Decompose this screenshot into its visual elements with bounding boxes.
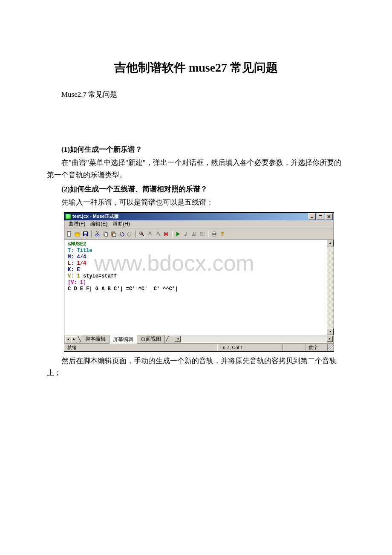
svg-point-16 bbox=[159, 234, 161, 236]
copy-icon[interactable] bbox=[102, 231, 109, 237]
toolbar: A M ? bbox=[64, 228, 334, 240]
tool8-icon[interactable] bbox=[199, 231, 206, 237]
vertical-scrollbar[interactable]: ▲ ▼ bbox=[327, 240, 334, 335]
status-position: Ln 7, Col 1 bbox=[217, 344, 283, 351]
tab-screen-edit[interactable]: 屏幕编辑 bbox=[110, 335, 137, 344]
svg-rect-24 bbox=[213, 235, 216, 236]
open-icon[interactable] bbox=[74, 231, 81, 237]
editor-area[interactable]: www.bdocx.com %MUSE2 T: Title M: 4/4 L: … bbox=[64, 240, 334, 335]
close-button[interactable] bbox=[325, 213, 333, 220]
svg-rect-6 bbox=[84, 234, 86, 236]
minimize-button[interactable] bbox=[308, 213, 316, 220]
help-icon[interactable]: ? bbox=[219, 231, 226, 237]
tab-next-icon[interactable]: ► bbox=[71, 336, 77, 342]
cut-icon[interactable] bbox=[94, 231, 101, 237]
code-l6-v3: =staff bbox=[98, 273, 117, 279]
code-l6-v2: style bbox=[83, 273, 98, 279]
code-l6-v1: 1 bbox=[74, 273, 83, 279]
scroll-track[interactable] bbox=[327, 246, 334, 328]
q1-heading: (1)如何生成一个新乐谱？ bbox=[47, 145, 345, 154]
svg-rect-13 bbox=[112, 231, 114, 232]
svg-rect-5 bbox=[84, 232, 87, 234]
svg-text:M: M bbox=[164, 231, 168, 237]
svg-point-18 bbox=[184, 234, 186, 236]
paste-icon[interactable] bbox=[110, 231, 117, 237]
tab-strip: ◄ ► ╲ 脚本编辑 屏幕编辑 页面视图 ╱ ◄ ► bbox=[64, 335, 334, 343]
window-title: test.jcx - Muse正式版 bbox=[72, 213, 308, 220]
hscroll-left-icon[interactable]: ◄ bbox=[175, 336, 181, 342]
code-l3-key: M: bbox=[68, 254, 74, 260]
intro-text: Muse2.7 常见问题 bbox=[47, 89, 345, 101]
code-l4-val: 1/4 bbox=[74, 260, 86, 266]
resize-grip-icon[interactable] bbox=[328, 344, 334, 350]
code-l2-key: T: bbox=[68, 248, 74, 254]
menubar: 曲谱(F) 编辑(E) 帮助(H) bbox=[64, 220, 334, 228]
code-l2-val: Title bbox=[74, 248, 92, 254]
tab-prev-icon[interactable]: ◄ bbox=[65, 336, 71, 342]
tab-page-view[interactable]: 页面视图 bbox=[137, 335, 165, 343]
app-icon bbox=[65, 214, 71, 220]
svg-rect-2 bbox=[319, 215, 322, 216]
code-content[interactable]: %MUSE2 T: Title M: 4/4 L: 1/4 K: E V: 1 … bbox=[64, 240, 334, 294]
new-icon[interactable] bbox=[66, 231, 73, 237]
q2-body-1: 先输入一种乐谱，可以是简谱也可以是五线谱； bbox=[47, 197, 345, 209]
tool2-icon[interactable] bbox=[147, 231, 153, 237]
tab-script-edit[interactable]: 脚本编辑 bbox=[82, 335, 110, 343]
status-spacer bbox=[283, 344, 306, 351]
titlebar[interactable]: test.jcx - Muse正式版 bbox=[64, 213, 334, 220]
redo-icon[interactable] bbox=[127, 231, 133, 237]
code-line-1: %MUSE2 bbox=[68, 241, 86, 247]
svg-point-7 bbox=[95, 234, 97, 236]
play-icon[interactable] bbox=[175, 231, 182, 237]
document-title: 吉他制谱软件 muse27 常见问题 bbox=[47, 60, 345, 76]
scroll-down-icon[interactable]: ▼ bbox=[327, 328, 334, 335]
save-icon[interactable] bbox=[82, 231, 89, 237]
statusbar: 就绪 Ln 7, Col 1 数字 bbox=[64, 343, 334, 351]
code-l5-val: E bbox=[74, 267, 80, 273]
code-l6-key: V: bbox=[68, 273, 74, 279]
svg-point-8 bbox=[98, 234, 99, 236]
q2-heading: (2)如何生成一个五线谱、简谱相对照的乐谱？ bbox=[47, 184, 345, 194]
svg-text:?: ? bbox=[221, 231, 224, 237]
svg-text:A: A bbox=[141, 232, 142, 234]
status-numlock: 数字 bbox=[306, 344, 328, 351]
undo-icon[interactable] bbox=[118, 231, 125, 237]
code-l5-key: K: bbox=[68, 267, 74, 273]
svg-point-19 bbox=[192, 234, 193, 236]
print-icon[interactable] bbox=[211, 231, 218, 237]
code-l3-val: 4/4 bbox=[74, 254, 86, 260]
tool7-icon[interactable] bbox=[191, 231, 198, 237]
svg-point-20 bbox=[193, 234, 195, 236]
menu-edit[interactable]: 编辑(E) bbox=[88, 220, 110, 228]
hscroll-track[interactable] bbox=[181, 336, 327, 343]
svg-rect-12 bbox=[113, 233, 116, 237]
status-ready: 就绪 bbox=[64, 344, 217, 351]
q2-body-2: 然后在脚本编辑页面，手动的生成一个新的音轨，并将原先音轨的容拷贝到第二个音轨上； bbox=[47, 355, 345, 380]
maximize-button[interactable] bbox=[317, 213, 324, 220]
tool4-icon[interactable]: M bbox=[163, 231, 170, 237]
code-l7: [V: 1] bbox=[68, 280, 86, 286]
tool6-icon[interactable] bbox=[183, 231, 190, 237]
svg-rect-10 bbox=[105, 233, 107, 236]
menu-file[interactable]: 曲谱(F) bbox=[66, 220, 88, 228]
code-l8: C D E F| G A B C'| =C' ^C' _C' ^^C'| bbox=[68, 286, 178, 292]
q1-body: 在"曲谱"菜单中选择"新建"，弹出一个对话框，然后填入各个必要参数，并选择你所要… bbox=[47, 157, 345, 182]
svg-rect-0 bbox=[311, 217, 313, 218]
menu-help[interactable]: 帮助(H) bbox=[110, 220, 133, 228]
svg-rect-23 bbox=[213, 232, 216, 234]
app-window: test.jcx - Muse正式版 曲谱(F) 编辑(E) 帮助(H) bbox=[64, 212, 334, 352]
code-l4-key: L: bbox=[68, 260, 74, 266]
hscroll-right-icon[interactable]: ► bbox=[327, 336, 333, 342]
find-icon[interactable]: A bbox=[138, 231, 145, 237]
scroll-up-icon[interactable]: ▲ bbox=[327, 240, 334, 246]
tool3-icon[interactable] bbox=[155, 231, 161, 237]
